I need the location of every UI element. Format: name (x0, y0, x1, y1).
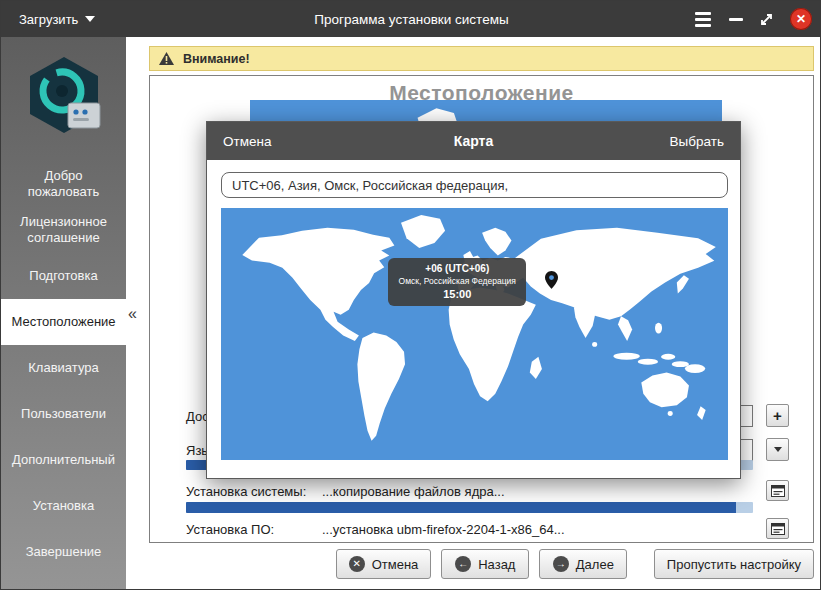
arrow-right-icon: → (553, 556, 569, 572)
add-button[interactable]: + (766, 404, 789, 427)
chevron-down-icon (774, 447, 782, 452)
warning-icon (158, 51, 175, 66)
system-progress-bar (186, 502, 753, 513)
map-dialog-header: Отмена Карта Выбрать (207, 122, 740, 160)
chevron-down-icon (85, 16, 95, 22)
language-dropdown-button[interactable] (766, 438, 789, 461)
system-log-button[interactable] (766, 480, 789, 501)
timezone-tooltip: +06 (UTC+06) Омск, Российская Федерация … (388, 258, 526, 306)
map-dialog: Отмена Карта Выбрать +06 (UTC+06) Омск, … (206, 121, 741, 479)
tooltip-time: 15:00 (394, 288, 520, 300)
sidebar-item-welcome[interactable]: Добро пожаловать (1, 161, 126, 207)
sidebar-collapse-chevron[interactable]: « (128, 305, 137, 323)
footer-bar: ✕ Отмена ← Назад → Далее Пропустить наст… (149, 549, 814, 579)
maximize-icon[interactable] (759, 12, 774, 27)
warning-text: Внимание! (183, 52, 250, 66)
back-button[interactable]: ← Назад (441, 549, 529, 579)
warning-banner: Внимание! (149, 46, 814, 71)
location-pin-icon (545, 271, 558, 289)
world-map[interactable]: +06 (UTC+06) Омск, Российская Федерация … (221, 208, 728, 460)
system-install-label: Установка системы: (186, 484, 306, 499)
dialog-select-button[interactable]: Выбрать (654, 134, 740, 149)
close-icon[interactable]: ✕ (790, 8, 812, 30)
cancel-button[interactable]: ✕ Отмена (336, 549, 432, 579)
software-install-row: Установка ПО: ...установка ubm-firefox-2… (150, 520, 813, 540)
sidebar-item-keyboard[interactable]: Клавиатура (1, 345, 126, 391)
software-log-button[interactable] (766, 518, 789, 539)
sidebar-item-location[interactable]: Местоположение (1, 299, 126, 345)
hamburger-menu-icon[interactable] (693, 10, 713, 29)
minimize-icon[interactable] (729, 18, 743, 21)
software-install-label: Установка ПО: (186, 522, 274, 537)
tooltip-utc-offset: +06 (UTC+06) (394, 263, 520, 274)
skip-settings-button[interactable]: Пропустить настройку (654, 549, 814, 579)
sidebar-item-users[interactable]: Пользователи (1, 391, 126, 437)
load-menu-button[interactable]: Загрузить (11, 6, 103, 33)
dialog-cancel-button[interactable]: Отмена (207, 134, 287, 149)
titlebar: Загрузить Программа установки системы ✕ (1, 1, 821, 37)
sidebar-item-preparation[interactable]: Подготовка (1, 253, 126, 299)
installer-logo (1, 37, 126, 161)
timezone-search-input[interactable] (221, 172, 728, 198)
next-button[interactable]: → Далее (539, 549, 627, 579)
log-icon (771, 523, 785, 535)
sidebar-item-license[interactable]: Лицензионное соглашение (1, 207, 126, 253)
sidebar-item-additional[interactable]: Дополнительный (1, 437, 126, 483)
tooltip-city: Омск, Российская Федерация (394, 276, 520, 286)
sidebar: Добро пожаловать Лицензионное соглашение… (1, 37, 126, 590)
installer-window: Загрузить Программа установки системы ✕ (0, 0, 821, 590)
sidebar-item-finish[interactable]: Завершение (1, 529, 126, 575)
system-install-status: ...копирование файлов ядра... (322, 484, 505, 499)
cancel-circle-icon: ✕ (349, 556, 365, 572)
window-controls: ✕ (693, 1, 812, 37)
software-install-status: ...установка ubm-firefox-2204-1-x86_64..… (322, 522, 565, 537)
sidebar-item-installation[interactable]: Установка (1, 483, 126, 529)
arrow-left-icon: ← (455, 556, 471, 572)
log-icon (771, 485, 785, 497)
load-menu-label: Загрузить (19, 12, 78, 27)
system-install-row: Установка системы: ...копирование файлов… (150, 482, 813, 502)
